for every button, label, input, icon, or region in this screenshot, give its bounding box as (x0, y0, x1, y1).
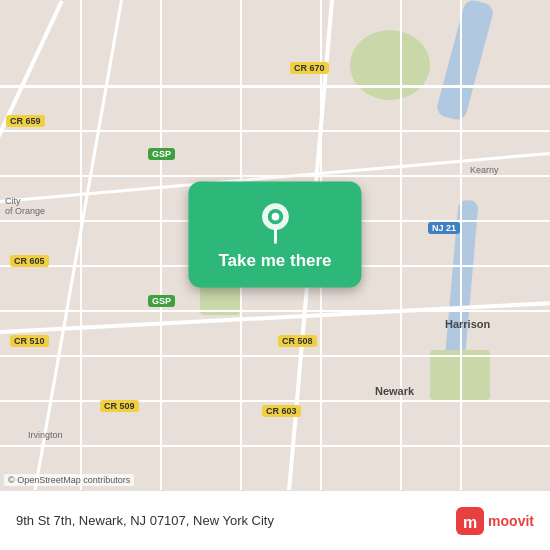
street-h8 (0, 400, 550, 402)
street-v2 (160, 0, 162, 490)
street-v6 (460, 0, 462, 490)
label-orange: Cityof Orange (5, 196, 45, 216)
diagonal-road-1 (16, 0, 123, 490)
street-h2 (0, 130, 550, 132)
moovit-name: moovit (488, 513, 534, 529)
diagonal-road-gsp (0, 0, 64, 490)
street-h7 (0, 355, 550, 357)
road-badge-cr508: CR 508 (278, 335, 317, 347)
road-badge-cr605: CR 605 (10, 255, 49, 267)
road-badge-cr670: CR 670 (290, 62, 329, 74)
road-badge-cr659: CR 659 (6, 115, 45, 127)
location-pin-icon (257, 201, 293, 243)
label-harrison: Harrison (445, 318, 490, 330)
label-kearny: Kearny (470, 165, 499, 175)
map-view: CR 659 GSP CR 670 CR 605 GSP NJ 21 CR 51… (0, 0, 550, 490)
street-v1 (80, 0, 82, 490)
road-badge-gsp1: GSP (148, 148, 175, 160)
bottom-bar: 9th St 7th, Newark, NJ 07107, New York C… (0, 490, 550, 550)
moovit-logo: m moovit (456, 507, 534, 535)
street-v5 (400, 0, 402, 490)
button-label: Take me there (218, 251, 331, 271)
street-h1 (0, 85, 550, 88)
svg-text:m: m (463, 514, 477, 531)
moovit-logo-icon: m (456, 507, 484, 535)
road-badge-cr509: CR 509 (100, 400, 139, 412)
address-text: 9th St 7th, Newark, NJ 07107, New York C… (16, 513, 456, 528)
road-badge-gsp2: GSP (148, 295, 175, 307)
street-h9 (0, 445, 550, 447)
label-irvington: Irvington (28, 430, 63, 440)
green-area-1 (350, 30, 430, 100)
road-badge-cr603: CR 603 (262, 405, 301, 417)
label-newark: Newark (375, 385, 414, 397)
osm-attribution: © OpenStreetMap contributors (4, 474, 134, 486)
street-h6 (0, 310, 550, 312)
location-overlay: Take me there (188, 181, 361, 287)
svg-point-2 (271, 213, 279, 221)
road-badge-cr510: CR 510 (10, 335, 49, 347)
take-me-there-button[interactable]: Take me there (188, 181, 361, 287)
water-secor-river (435, 0, 495, 122)
road-badge-nj21: NJ 21 (428, 222, 460, 234)
